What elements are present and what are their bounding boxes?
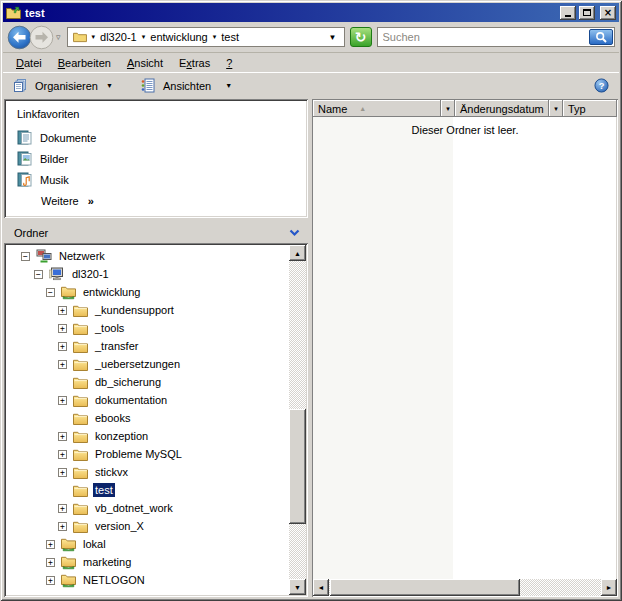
tree-item-_transfer[interactable]: +_transfer	[6, 337, 288, 355]
favorites-more-link[interactable]: Weitere »	[17, 190, 304, 211]
expand-icon[interactable]: +	[58, 504, 67, 513]
column-header-date[interactable]: Änderungsdatum	[455, 100, 549, 117]
history-dropdown-icon[interactable]: ▿	[54, 32, 63, 42]
breadcrumb-segments: ▾dl320-1▾entwicklung▾test	[92, 31, 239, 43]
help-icon: ?	[594, 78, 609, 93]
tree-item-db_sicherung[interactable]: db_sicherung	[6, 373, 288, 391]
minimize-button[interactable]	[560, 6, 576, 20]
expand-icon[interactable]: +	[46, 576, 55, 585]
breadcrumb-separator-icon[interactable]: ▾	[92, 33, 96, 41]
menu-item-bearbeiten[interactable]: Bearbeiten	[50, 55, 119, 71]
tree-item-_tools[interactable]: +_tools	[6, 319, 288, 337]
views-button[interactable]: Ansichten ▼	[137, 76, 240, 95]
tree-item-netzwerk[interactable]: −Netzwerk	[6, 247, 288, 265]
column-date-filter-button[interactable]: ▾	[549, 100, 563, 117]
expand-icon[interactable]: +	[58, 396, 67, 405]
sort-ascending-icon: ▲	[359, 105, 366, 112]
breadcrumb-separator-icon[interactable]: ▾	[213, 33, 217, 41]
favorite-dokumente[interactable]: Dokumente	[17, 127, 304, 148]
shared-folder-icon	[61, 537, 76, 552]
menu-item-extras[interactable]: Extras	[171, 55, 218, 71]
file-list-horizontal-scrollbar[interactable]: ◄ ►	[313, 579, 617, 596]
tree-item-test[interactable]: test	[6, 481, 288, 499]
folder-icon	[73, 358, 88, 371]
navigation-pane: Linkfavoriten DokumenteBilderMusik Weite…	[4, 99, 308, 597]
tree-item-konzeption[interactable]: +konzeption	[6, 427, 288, 445]
hscrollbar-track[interactable]	[329, 579, 601, 596]
svg-text:?: ?	[599, 81, 605, 91]
search-button[interactable]	[589, 29, 613, 45]
collapse-icon[interactable]: −	[34, 270, 43, 279]
minimize-icon	[565, 15, 571, 17]
organize-button[interactable]: Organisieren ▼	[9, 76, 121, 95]
breadcrumb-segment[interactable]: test	[221, 31, 239, 43]
breadcrumb-segment[interactable]: dl320-1	[100, 31, 137, 43]
search-input[interactable]	[379, 31, 589, 43]
expand-icon[interactable]: +	[58, 468, 67, 477]
expand-icon[interactable]: +	[46, 558, 55, 567]
file-list-body[interactable]: Dieser Ordner ist leer.	[313, 117, 617, 579]
folders-band-label: Ordner	[14, 227, 48, 239]
tree-item-entwicklung[interactable]: −entwicklung	[6, 283, 288, 301]
tree-item-vb_dotnet_work[interactable]: +vb_dotnet_work	[6, 499, 288, 517]
help-button[interactable]: ?	[594, 78, 613, 93]
expand-icon[interactable]: +	[58, 306, 67, 315]
tree-item-label: test	[93, 483, 115, 497]
tree-scrollbar-track[interactable]	[289, 261, 306, 579]
collapse-icon[interactable]: −	[21, 252, 30, 261]
folder-icon	[73, 430, 88, 443]
breadcrumb-dropdown-icon[interactable]: ▼	[329, 33, 339, 42]
tree-item-probleme-mysql[interactable]: +Probleme MySQL	[6, 445, 288, 463]
column-header-name[interactable]: Name ▲	[313, 100, 441, 117]
tree-item-stickvx[interactable]: +stickvx	[6, 463, 288, 481]
column-header-type[interactable]: Typ	[563, 100, 617, 117]
filter-dropdown-icon: ▾	[554, 105, 558, 113]
scroll-right-button[interactable]: ►	[601, 579, 617, 596]
tree-item-netlogon[interactable]: +NETLOGON	[6, 571, 288, 589]
tree-item-_kundensupport[interactable]: +_kundensupport	[6, 301, 288, 319]
filter-dropdown-icon: ▾	[446, 105, 450, 113]
refresh-button[interactable]: ↻	[350, 27, 372, 47]
tree-item-dokumentation[interactable]: +dokumentation	[6, 391, 288, 409]
menu-item-ansicht[interactable]: Ansicht	[119, 55, 171, 71]
breadcrumb-folder-icon	[73, 31, 87, 43]
breadcrumb-segment[interactable]: entwicklung	[150, 31, 207, 43]
address-bar: ▿ ▾dl320-1▾entwicklung▾test ▼ ↻	[3, 22, 619, 53]
collapse-icon[interactable]: −	[46, 288, 55, 297]
scroll-down-button[interactable]: ▼	[289, 579, 306, 595]
tree-item-ebooks[interactable]: ebooks	[6, 409, 288, 427]
favorite-bilder[interactable]: Bilder	[17, 148, 304, 169]
breadcrumb[interactable]: ▾dl320-1▾entwicklung▾test ▼	[67, 27, 345, 47]
menu-item-help[interactable]: ?	[218, 55, 240, 71]
folder-tree: −Netzwerk−dl320-1−entwicklung+_kundensup…	[6, 247, 288, 589]
expand-icon[interactable]: +	[58, 360, 67, 369]
expand-icon[interactable]: +	[58, 432, 67, 441]
close-button[interactable]: ×	[600, 6, 616, 20]
maximize-button[interactable]	[579, 6, 595, 20]
tree-scrollbar[interactable]: ▲ ▼	[289, 245, 306, 595]
scroll-up-button[interactable]: ▲	[289, 245, 306, 261]
tree-item-dl320-1[interactable]: −dl320-1	[6, 265, 288, 283]
column-name-filter-button[interactable]: ▾	[441, 100, 455, 117]
breadcrumb-separator-icon[interactable]: ▾	[142, 33, 146, 41]
menu-item-datei[interactable]: Datei	[8, 55, 50, 71]
scroll-left-button[interactable]: ◄	[313, 579, 329, 596]
tree-item-marketing[interactable]: +marketing	[6, 553, 288, 571]
folders-band[interactable]: Ordner	[4, 224, 308, 242]
tree-item-_uebersetzungen[interactable]: +_uebersetzungen	[6, 355, 288, 373]
favorite-musik[interactable]: Musik	[17, 169, 304, 190]
tree-item-version_x[interactable]: +version_X	[6, 517, 288, 535]
window-title: test	[25, 7, 45, 19]
forward-button[interactable]	[29, 25, 54, 50]
explorer-window: test × ▿ ▾dl320-1▾entwicklung▾test ▼ ↻	[0, 0, 622, 601]
expand-icon[interactable]: +	[58, 450, 67, 459]
expand-icon[interactable]: +	[58, 522, 67, 531]
expand-icon[interactable]: +	[58, 342, 67, 351]
hscrollbar-thumb[interactable]	[330, 579, 520, 596]
tree-scrollbar-thumb[interactable]	[289, 409, 306, 524]
chevron-down-icon[interactable]	[289, 229, 300, 237]
expand-icon[interactable]: +	[46, 540, 55, 549]
expand-icon[interactable]: +	[58, 324, 67, 333]
tree-item-lokal[interactable]: +lokal	[6, 535, 288, 553]
favorite-label: Dokumente	[40, 132, 96, 144]
